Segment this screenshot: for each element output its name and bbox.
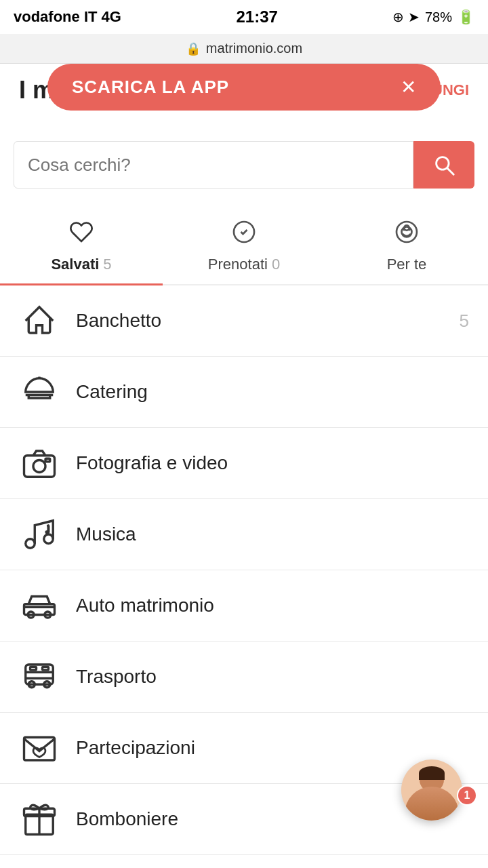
app-banner-label: SCARICA LA APP [72, 77, 229, 98]
chat-avatar-button[interactable]: 1 [415, 787, 476, 848]
category-name: Bomboniere [76, 808, 178, 830]
chat-badge: 1 [457, 785, 477, 806]
envelope-heart-icon [19, 728, 60, 768]
category-count: 5 [460, 311, 469, 332]
list-item[interactable]: Trasporto [0, 642, 488, 713]
car-icon [19, 585, 60, 626]
camera-icon [19, 443, 60, 484]
tab-perte[interactable]: Per te [325, 208, 488, 284]
app-download-banner: SCARICA LA APP ✕ [47, 64, 441, 111]
bus-icon [19, 656, 60, 697]
category-name: Partecipazioni [76, 737, 195, 759]
tab-prenotati[interactable]: Prenotati 0 [163, 208, 325, 284]
tab-prenotati-count: 0 [272, 256, 280, 273]
gift-icon [19, 799, 60, 840]
list-item[interactable]: Fiori e decorazioni [0, 855, 488, 868]
svg-rect-11 [45, 458, 50, 462]
search-input[interactable] [28, 155, 399, 176]
house-icon [19, 300, 60, 341]
cloche-icon [19, 372, 60, 412]
search-button[interactable] [413, 141, 474, 189]
svg-point-10 [33, 460, 45, 473]
category-name: Musica [76, 524, 136, 545]
category-name: Banchetto [76, 310, 161, 332]
url-text: matrimonio.com [206, 41, 302, 56]
app-banner-close-button[interactable]: ✕ [401, 76, 416, 98]
search-section [0, 132, 488, 198]
tab-salvati-label: Salvati [51, 256, 99, 273]
carrier-signal: vodafone IT 4G [14, 8, 121, 26]
list-item[interactable]: Auto matrimonio [0, 570, 488, 642]
svg-rect-21 [30, 667, 37, 670]
search-input-wrap [14, 141, 413, 189]
tab-salvati-count: 5 [103, 256, 111, 273]
svg-point-13 [44, 534, 54, 544]
search-icon [432, 153, 455, 176]
clock: 21:37 [236, 7, 277, 26]
lock-icon: 🔒 [186, 41, 201, 56]
category-name: Trasporto [76, 666, 157, 688]
heart-icon [69, 220, 94, 250]
tab-prenotati-label: Prenotati [208, 256, 268, 273]
category-name: Catering [76, 381, 148, 403]
category-name: Fotografia e video [76, 452, 228, 474]
category-name: Auto matrimonio [76, 595, 214, 616]
battery-icon: 🔋 [458, 9, 474, 25]
list-item[interactable]: Banchetto 5 [0, 285, 488, 357]
tab-salvati[interactable]: Salvati 5 [0, 208, 163, 284]
tab-perte-label: Per te [387, 256, 427, 273]
location-icon: ⊕ ➤ [392, 9, 420, 25]
svg-point-12 [26, 539, 35, 549]
svg-rect-22 [43, 667, 49, 670]
status-bar: vodafone IT 4G 21:37 ⊕ ➤ 78% 🔋 [0, 0, 488, 34]
list-item[interactable]: ♩ Musica [0, 499, 488, 570]
battery-level: 78% [425, 9, 452, 25]
check-icon [232, 220, 256, 250]
target-icon [394, 220, 419, 250]
status-icons: ⊕ ➤ 78% 🔋 [392, 9, 474, 25]
svg-line-1 [447, 168, 453, 174]
url-bar: 🔒 matrimonio.com [0, 34, 488, 64]
list-item[interactable]: Catering [0, 357, 488, 428]
list-item[interactable]: Fotografia e video [0, 428, 488, 499]
music-icon: ♩ [19, 514, 60, 555]
svg-text:♩: ♩ [45, 525, 50, 535]
tabs-bar: Salvati 5 Prenotati 0 [0, 208, 488, 285]
